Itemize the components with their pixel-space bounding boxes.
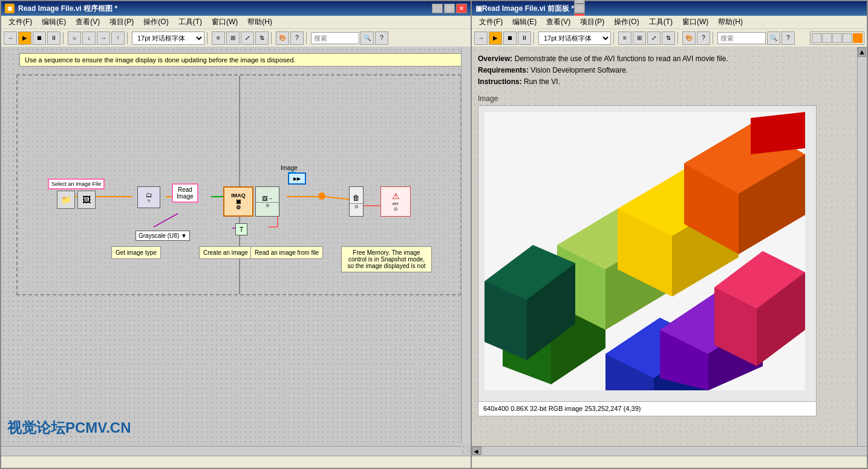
- font-dropdown[interactable]: 17pt 对话框字体: [132, 31, 204, 45]
- right-toolbar-distribute-btn[interactable]: ⊞: [633, 31, 646, 45]
- scroll-left-btn[interactable]: ◄: [472, 447, 481, 455]
- right-toolbar-align-btn[interactable]: ≡: [618, 31, 631, 45]
- right-menu-view[interactable]: 查看(V): [541, 16, 575, 28]
- rt-btn1[interactable]: [812, 33, 821, 43]
- right-toolbar-reorder-btn[interactable]: ⇅: [662, 31, 675, 45]
- overview-section: Overview: Demonstrate the use of the AVI…: [478, 53, 851, 88]
- toolbar-step-into-btn[interactable]: ↓: [82, 31, 96, 45]
- junction-dot: [318, 192, 325, 200]
- right-toolbar-stop-btn[interactable]: ⏹: [503, 31, 517, 45]
- rt-btn2[interactable]: [822, 33, 832, 43]
- toolbar-run-btn[interactable]: ▶: [18, 31, 31, 45]
- fp-canvas[interactable]: Overview: Demonstrate the use of the AVI…: [472, 47, 857, 446]
- right-toolbar-pause-btn[interactable]: ⏸: [518, 31, 531, 45]
- maximize-btn[interactable]: □: [444, 4, 455, 13]
- instructions-text: Run the VI.: [522, 77, 560, 86]
- right-toolbar-help-btn[interactable]: ?: [697, 31, 710, 45]
- right-menu-window[interactable]: 窗口(W): [677, 16, 713, 28]
- watermark-text: 视觉论坛PCMV.CN: [7, 418, 131, 438]
- right-status-bar: [472, 456, 867, 468]
- create-image-tooltip: Create an image: [199, 246, 252, 259]
- minimize-btn[interactable]: _: [432, 4, 443, 13]
- toolbar-palette-btn[interactable]: 🎨: [276, 31, 289, 45]
- right-menu-edit[interactable]: 编辑(E): [507, 16, 541, 28]
- image-display: [478, 105, 817, 402]
- left-window-title: Read Image File.vi 程序框图 *: [18, 4, 117, 14]
- right-menu-project[interactable]: 项目(P): [575, 16, 609, 28]
- search-input[interactable]: [311, 32, 359, 44]
- toolbar-reorder-btn[interactable]: ⇅: [255, 31, 269, 45]
- toolbar-resize-btn[interactable]: ⤢: [241, 31, 254, 45]
- right-toolbar: → ▶ ⏹ ⏸ 17pt 对话框字体 ≡ ⊞ ⤢ ⇅ 🎨 ? 🔍 ?: [472, 29, 867, 47]
- read-from-file-tooltip: Read an image from file: [250, 246, 323, 259]
- rt-btn4[interactable]: [843, 33, 852, 43]
- toolbar-arrow-btn[interactable]: →: [4, 31, 17, 45]
- right-toolbar-resize-btn[interactable]: ⤢: [647, 31, 661, 45]
- right-menu-tools[interactable]: 工具(T): [644, 16, 677, 28]
- toolbar-context-btn[interactable]: ?: [375, 31, 388, 45]
- menu-project[interactable]: 项目(P): [105, 16, 139, 28]
- toolbar-step-out-btn[interactable]: ↑: [111, 31, 125, 45]
- menu-file[interactable]: 文件(F): [4, 16, 37, 28]
- rt-btn3[interactable]: [832, 33, 842, 43]
- horizontal-scrollbar-left[interactable]: [1, 446, 461, 456]
- right-search-input[interactable]: [717, 32, 766, 44]
- select-file-label: Select an Image File: [48, 179, 105, 189]
- close-btn[interactable]: ✕: [456, 4, 467, 13]
- left-toolbar: → ▶ ⏹ ⏸ ☼ ↓ → ↑ 17pt 对话框字体 ≡ ⊞ ⤢ ⇅ 🎨 ? 🔍…: [1, 29, 471, 47]
- menu-tools[interactable]: 工具(T): [174, 16, 207, 28]
- canvas-background: Use a sequence to ensure the image displ…: [1, 47, 471, 456]
- right-menu-file[interactable]: 文件(F): [474, 16, 507, 28]
- toolbar-help-btn[interactable]: ?: [290, 31, 304, 45]
- right-toolbar-run-btn[interactable]: ▶: [489, 31, 502, 45]
- right-menu-help[interactable]: 帮助(H): [713, 16, 748, 28]
- toolbar-sep2: [127, 32, 129, 44]
- folder-icon[interactable]: 📁: [57, 191, 75, 209]
- vertical-scrollbar-left[interactable]: [461, 47, 471, 444]
- image-icon[interactable]: 🖼: [77, 191, 96, 209]
- right-menu-operate[interactable]: 操作(O): [609, 16, 644, 28]
- right-font-dropdown[interactable]: 17pt 对话框字体: [538, 31, 611, 45]
- image-status-text: 640x400 0.86X 32-bit RGB image 253,252,2…: [483, 405, 641, 412]
- toolbar-pause-btn[interactable]: ⏸: [47, 31, 60, 45]
- error-block[interactable]: ⚠ err ⊙: [380, 186, 411, 217]
- select-image-file-node: Select an Image File 📁 🖼: [48, 179, 105, 209]
- menu-help[interactable]: 帮助(H): [243, 16, 277, 28]
- read-block-2[interactable]: 🖼→ ⊙: [255, 186, 279, 217]
- image-status-bar: 640x400 0.86X 32-bit RGB image 253,252,2…: [478, 402, 817, 416]
- right-toolbar-palette-btn[interactable]: 🎨: [682, 31, 696, 45]
- right-extra-toolbar: [810, 31, 864, 45]
- toolbar-align-btn[interactable]: ≡: [212, 31, 225, 45]
- menu-operate[interactable]: 操作(O): [139, 16, 173, 28]
- delete-block[interactable]: 🗑 ⊙: [349, 186, 364, 217]
- search-go-btn[interactable]: 🔍: [361, 31, 374, 45]
- image-output-indicator[interactable]: ▶▶: [288, 172, 306, 185]
- toolbar-stop-btn[interactable]: ⏹: [33, 31, 46, 45]
- fp-right-scrollbar[interactable]: ▲: [857, 47, 867, 446]
- fp-bottom-scrollbar[interactable]: ◄: [472, 446, 867, 456]
- toolbar-step-over-btn[interactable]: →: [97, 31, 110, 45]
- t-block[interactable]: T: [235, 223, 247, 235]
- menu-edit[interactable]: 编辑(E): [37, 16, 71, 28]
- right-toolbar-sep3: [677, 32, 680, 44]
- scroll-up-btn[interactable]: ▲: [858, 47, 866, 57]
- right-toolbar-sep1: [534, 32, 536, 44]
- svg-marker-25: [751, 112, 805, 154]
- menu-view[interactable]: 查看(V): [71, 16, 105, 28]
- right-search-go-btn[interactable]: 🔍: [767, 31, 780, 45]
- right-toolbar-arrow-btn[interactable]: →: [474, 31, 488, 45]
- right-toolbar-sep4: [713, 32, 715, 44]
- question-block[interactable]: 🗂 ?: [137, 186, 160, 208]
- toolbar-highlight-btn[interactable]: ☼: [68, 31, 81, 45]
- right-maximize-btn[interactable]: □: [574, 4, 585, 13]
- left-window: ▣ Read Image File.vi 程序框图 * _ □ ✕ 文件(F) …: [0, 0, 472, 469]
- imaq-block[interactable]: IMAQ▣⚙: [223, 186, 253, 217]
- block-diagram-canvas[interactable]: Use a sequence to ensure the image displ…: [1, 47, 471, 456]
- toolbar-distribute-btn[interactable]: ⊞: [226, 31, 240, 45]
- left-menu-bar: 文件(F) 编辑(E) 查看(V) 项目(P) 操作(O) 工具(T) 窗口(W…: [1, 16, 471, 29]
- right-toolbar-context-btn[interactable]: ?: [782, 31, 795, 45]
- grayscale-dropdown[interactable]: Grayscale (U8) ▼: [135, 231, 190, 241]
- menu-window[interactable]: 窗口(W): [207, 16, 243, 28]
- sequence-frame: Select an Image File 📁 🖼 🗂 ? ReadImage: [16, 74, 462, 295]
- toolbar-sep5: [306, 32, 308, 44]
